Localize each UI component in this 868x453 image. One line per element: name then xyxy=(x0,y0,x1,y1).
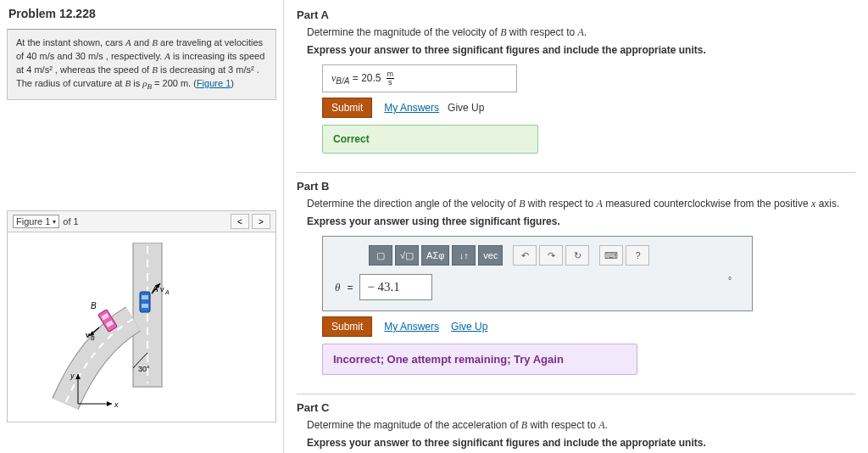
svg-rect-3 xyxy=(142,295,148,299)
part-c: Part C Determine the magnitude of the ac… xyxy=(297,394,855,449)
unit: m/s xyxy=(40,51,55,61)
figure-label: Figure 1 xyxy=(16,216,50,226)
tool-vector-button[interactable]: vec xyxy=(478,245,503,266)
part-a-prompt: Determine the magnitude of the velocity … xyxy=(307,26,855,39)
right-column: Part A Determine the magnitude of the ve… xyxy=(284,0,868,453)
label-va: v xyxy=(160,285,164,294)
svg-marker-16 xyxy=(107,401,112,406)
part-b-give-up-link[interactable]: Give Up xyxy=(451,321,487,333)
tool-help-button[interactable]: ? xyxy=(626,245,649,266)
part-b-answer-input[interactable]: − 43.1 xyxy=(359,274,432,300)
axis-y: y xyxy=(70,372,75,380)
part-b: Part B Determine the direction angle of … xyxy=(297,172,855,375)
figure-illustration: A v A B v B 30° x y xyxy=(40,243,243,412)
svg-rect-4 xyxy=(142,304,148,308)
tool-template-button[interactable]: ▢ xyxy=(369,245,392,266)
label-b: B xyxy=(91,301,97,310)
tool-subscript-button[interactable]: ↓↑ xyxy=(452,245,476,266)
part-a-instruction: Express your answer to three significant… xyxy=(307,44,855,56)
figure-prev-button[interactable]: < xyxy=(231,214,249,229)
theta-label: θ xyxy=(335,281,340,294)
left-column: Problem 12.228 At the instant shown, car… xyxy=(0,0,284,453)
degree-mark: ° xyxy=(728,276,732,285)
label-vb: v xyxy=(86,331,90,339)
figure-panel: Figure 1 ▾ of 1 < > xyxy=(7,210,276,422)
part-b-prompt: Determine the direction angle of the vel… xyxy=(307,198,855,210)
part-b-submit-button[interactable]: Submit xyxy=(322,316,372,337)
text: . ( xyxy=(188,78,197,88)
unit: m/s² xyxy=(34,64,52,75)
figure-count: of 1 xyxy=(63,216,78,226)
label-a: A xyxy=(152,284,159,294)
tool-undo-button[interactable]: ↶ xyxy=(513,245,537,266)
equation-toolbar: ▢ √▢ ΑΣφ ↓↑ vec ↶ ↷ ↻ ⌨ ? xyxy=(369,245,743,266)
part-b-title: Part B xyxy=(297,172,855,193)
text: , respectively. xyxy=(103,51,165,61)
unit: m xyxy=(181,78,188,88)
var-a: A xyxy=(125,37,131,48)
svg-rect-2 xyxy=(140,292,150,312)
label-angle: 30° xyxy=(138,365,150,373)
text: = 200 xyxy=(152,78,181,88)
part-b-instruction: Express your answer using three signific… xyxy=(307,215,855,227)
part-b-answer-palette: ▢ √▢ ΑΣφ ↓↑ vec ↶ ↷ ↻ ⌨ ? θ = − 43.1 xyxy=(322,236,753,311)
figure-link[interactable]: Figure 1 xyxy=(197,78,231,88)
part-c-instruction: Express your answer to three significant… xyxy=(307,437,855,449)
text: , whereas the speed of xyxy=(53,64,152,75)
text: and xyxy=(131,37,152,48)
svg-text:A: A xyxy=(164,289,170,295)
part-a-my-answers-link[interactable]: My Answers xyxy=(384,102,439,114)
tool-sqrt-button[interactable]: √▢ xyxy=(395,245,419,266)
part-b-feedback-incorrect: Incorrect; One attempt remaining; Try Ag… xyxy=(322,344,637,375)
problem-title: Problem 12.228 xyxy=(0,0,283,29)
svg-text:B: B xyxy=(91,335,95,341)
figure-next-button[interactable]: > xyxy=(252,214,270,229)
unit: m/s² xyxy=(236,64,253,75)
part-a-answer-box: vB/A = 20.5ms xyxy=(322,64,517,92)
part-a-give-up-link[interactable]: Give Up xyxy=(448,102,484,114)
part-a-submit-button[interactable]: Submit xyxy=(322,98,372,118)
figure-header: Figure 1 ▾ of 1 < > xyxy=(7,210,276,232)
tool-greek-button[interactable]: ΑΣφ xyxy=(421,245,449,266)
unit: m/s xyxy=(88,51,103,61)
text: At the instant shown, cars xyxy=(16,37,125,48)
part-a-actions: Submit My Answers Give Up xyxy=(322,98,855,118)
part-b-actions: Submit My Answers Give Up xyxy=(322,316,855,337)
part-c-title: Part C xyxy=(297,394,855,414)
figure-body: A v A B v B 30° x y xyxy=(7,232,276,422)
part-a: Part A Determine the magnitude of the ve… xyxy=(297,8,855,154)
part-a-title: Part A xyxy=(297,8,855,21)
tool-redo-button[interactable]: ↷ xyxy=(539,245,563,266)
text: and 30 xyxy=(54,51,88,61)
part-a-feedback-correct: Correct xyxy=(322,125,538,154)
part-b-my-answers-link[interactable]: My Answers xyxy=(384,321,439,333)
chevron-down-icon: ▾ xyxy=(53,218,56,226)
text: is decreasing at 3 xyxy=(158,64,236,75)
figure-selector[interactable]: Figure 1 ▾ xyxy=(13,215,59,228)
text: ) xyxy=(231,78,234,88)
problem-statement: At the instant shown, cars A and B are t… xyxy=(7,29,276,100)
text: is xyxy=(131,78,142,88)
equation-row: θ = − 43.1 ° xyxy=(335,274,743,300)
axis-x: x xyxy=(114,400,119,409)
var-b: B xyxy=(152,64,158,75)
tool-reset-button[interactable]: ↻ xyxy=(565,245,589,266)
tool-keyboard-button[interactable]: ⌨ xyxy=(599,245,623,266)
equals: = xyxy=(347,282,353,294)
var-b: B xyxy=(152,37,158,48)
part-c-prompt: Determine the magnitude of the accelerat… xyxy=(307,419,855,432)
